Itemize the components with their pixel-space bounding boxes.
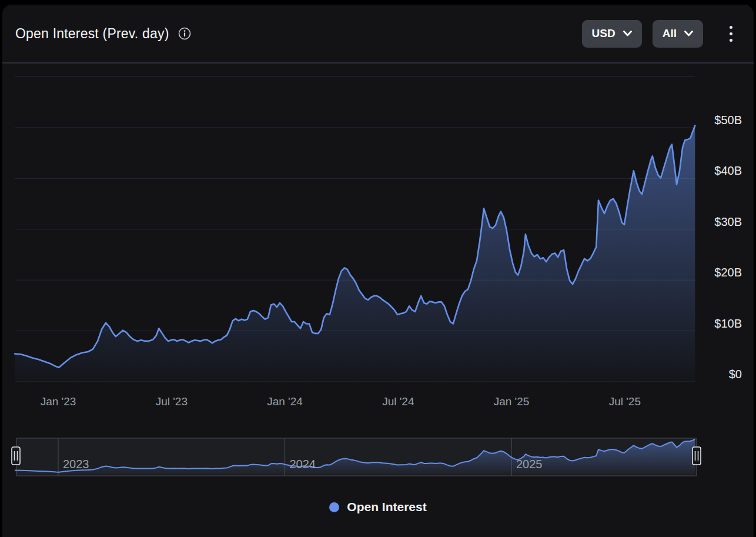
x-tick-label: Jan '24	[267, 395, 303, 408]
card-header: Open Interest (Prev. day) USD All	[2, 5, 754, 64]
header-controls: USD All	[582, 20, 741, 48]
y-tick-label: $40B	[714, 164, 742, 177]
open-interest-series	[15, 126, 695, 382]
range-dropdown[interactable]: All	[653, 20, 703, 48]
x-tick-label: Jul '25	[609, 395, 641, 408]
navigator-year-label: 2024	[290, 458, 316, 471]
navigator-left-handle[interactable]	[12, 447, 20, 465]
chevron-down-icon	[684, 31, 693, 36]
info-icon[interactable]	[178, 26, 192, 41]
chart-legend[interactable]: Open Interest	[2, 494, 754, 520]
x-tick-label: Jan '25	[494, 395, 530, 408]
open-interest-card: Open Interest (Prev. day) USD All	[2, 5, 754, 537]
y-tick-label: $20B	[714, 266, 742, 279]
currency-dropdown-value: USD	[592, 27, 615, 40]
navigator-year-label: 2023	[63, 458, 89, 471]
y-tick-label: $50B	[714, 114, 742, 126]
main-chart-area[interactable]: $0$10B$20B$30B$40B$50B Jan '23Jul '23Jan…	[2, 64, 754, 416]
x-tick-label: Jul '23	[156, 395, 188, 408]
y-tick-label: $30B	[714, 215, 742, 228]
currency-dropdown[interactable]: USD	[582, 20, 642, 48]
kebab-menu-icon[interactable]	[721, 20, 741, 48]
range-dropdown-value: All	[663, 27, 677, 40]
y-tick-label: $10B	[714, 317, 742, 330]
x-axis-labels: Jan '23Jul '23Jan '24Jul '24Jan '25Jul '…	[41, 395, 641, 408]
navigator-right-handle[interactable]	[693, 447, 701, 465]
x-tick-label: Jan '23	[41, 395, 76, 408]
legend-label: Open Interest	[347, 500, 426, 514]
navigator-year-label: 2025	[516, 458, 543, 471]
x-tick-label: Jul '24	[382, 395, 414, 408]
page-title: Open Interest (Prev. day)	[15, 26, 169, 42]
navigator[interactable]: 202320242025	[2, 434, 754, 481]
y-tick-label: $0	[729, 368, 742, 381]
legend-marker-dot	[329, 502, 339, 512]
y-axis-labels: $0$10B$20B$30B$40B$50B	[714, 114, 742, 381]
chevron-down-icon	[623, 31, 632, 36]
